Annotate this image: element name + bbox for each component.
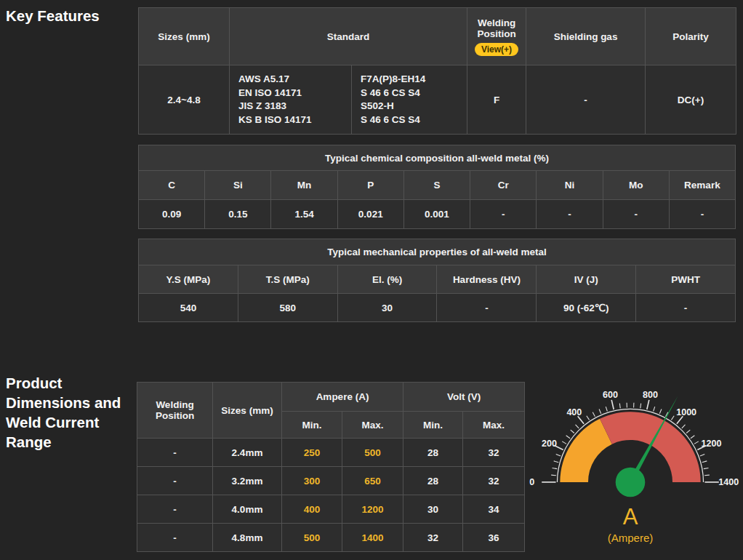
col-header-shielding-gas: Shielding gas (526, 8, 646, 65)
dim-table: Welding Position Sizes (mm) Ampere (A) V… (137, 382, 525, 552)
mech-col-header: El. (%) (337, 265, 437, 294)
welding-position-cell: - (137, 439, 213, 467)
mech-header-row: Y.S (MPa) T.S (MPa) El. (%) Hardness (HV… (139, 265, 736, 294)
ampere-max-header: Max. (342, 412, 403, 439)
chem-value: - (603, 200, 669, 229)
chem-value: 0.09 (139, 200, 205, 229)
chem-col-header: C (139, 171, 205, 200)
svg-text:1000: 1000 (676, 407, 696, 417)
size-cell: 4.8mm (213, 524, 282, 552)
table-row: - 4.8mm 500 1400 32 36 (137, 524, 525, 552)
chem-table: Typical chemical composition all-weld me… (138, 145, 736, 229)
spec-table: Sizes (mm) Standard Welding Position Vie… (138, 7, 736, 135)
volt-max-header: Max. (463, 412, 525, 439)
volt-min-cell: 28 (403, 439, 463, 467)
table-row: - 4.0mm 400 1200 30 34 (137, 495, 525, 524)
welding-position-cell: - (137, 495, 213, 524)
chem-col-header: Cr (470, 171, 537, 200)
ampere-min-cell: 500 (282, 524, 342, 552)
svg-text:1200: 1200 (702, 439, 722, 449)
ampere-max-cell: 500 (342, 439, 403, 467)
weld-current-range-table: Welding Position Sizes (mm) Ampere (A) V… (137, 382, 524, 552)
mechanical-properties-table: Typical mechanical properties of all-wel… (138, 239, 736, 322)
svg-text:0: 0 (529, 477, 534, 487)
polarity-value: DC(+) (646, 65, 736, 135)
size-cell: 4.0mm (213, 495, 282, 524)
chem-col-header: P (337, 171, 403, 200)
volt-min-cell: 32 (403, 524, 463, 552)
welding-position-cell: - (137, 524, 213, 552)
col-header-standard: Standard (230, 8, 467, 65)
svg-text:1400: 1400 (718, 477, 739, 487)
ampere-max-cell: 650 (342, 467, 403, 495)
chem-col-header: Remark (669, 171, 735, 200)
standard-class: S502-H (361, 100, 467, 113)
ampere-min-cell: 300 (282, 467, 342, 495)
standard-class: F7A(P)8-EH14 (361, 73, 467, 87)
volt-min-cell: 30 (403, 495, 463, 524)
size-cell: 2.4mm (213, 439, 282, 467)
chem-title-row: Typical chemical composition all-weld me… (139, 145, 736, 171)
gauge-unit-label: A (524, 505, 736, 529)
view-expand-button[interactable]: View(+) (475, 43, 518, 56)
volt-max-cell: 34 (463, 495, 525, 524)
mech-title-row: Typical mechanical properties of all-wel… (139, 239, 736, 265)
welding-position-value: F (467, 65, 526, 135)
standard-code: AWS A5.17 (238, 73, 351, 87)
chem-value: 0.001 (403, 200, 470, 229)
volt-min-header: Min. (403, 412, 463, 439)
welding-position-cell: - (137, 467, 213, 495)
volt-min-cell: 28 (403, 467, 463, 495)
ampere-gauge: 0200400600800100012001400 A (Ampere) (524, 375, 736, 545)
mech-col-header: Hardness (HV) (437, 265, 537, 294)
gauge-unit-sublabel: (Ampere) (524, 532, 736, 545)
mech-value: 580 (238, 294, 337, 322)
col-header-sizes-label: Sizes (mm) (158, 31, 209, 42)
mech-value: - (636, 294, 736, 322)
ampere-max-cell: 1400 (342, 524, 403, 552)
mech-col-header: IV (J) (537, 265, 636, 294)
ampere-min-header: Min. (282, 412, 342, 439)
chem-value: - (669, 200, 735, 229)
chem-header-row: C Si Mn P S Cr Ni Mo Remark (139, 171, 736, 200)
chem-value: - (470, 200, 537, 229)
chem-data-row: 0.09 0.15 1.54 0.021 0.001 - - - - (139, 200, 736, 229)
dim-col-header-volt: Volt (V) (403, 383, 525, 412)
table-row: - 2.4mm 250 500 28 32 (137, 439, 525, 467)
svg-text:400: 400 (566, 407, 582, 417)
standard-class: S 46 6 CS S4 (361, 87, 467, 100)
mech-value: - (437, 294, 537, 322)
col-header-standard-label: Standard (327, 31, 370, 42)
chem-value: 0.021 (337, 200, 403, 229)
col-header-welding-position: Welding Position View(+) (467, 8, 526, 65)
mech-table: Typical mechanical properties of all-wel… (138, 239, 736, 322)
mech-table-title: Typical mechanical properties of all-wel… (139, 239, 736, 265)
shielding-gas-value: - (526, 65, 646, 135)
section-title-key-features: Key Features (6, 6, 133, 25)
svg-text:200: 200 (542, 439, 557, 449)
standard-class: S 46 6 CS S4 (361, 113, 467, 127)
chem-col-header: Si (205, 171, 271, 200)
col-header-sizes: Sizes (mm) (139, 8, 230, 65)
chem-col-header: Ni (537, 171, 603, 200)
mech-col-header: PWHT (636, 265, 736, 294)
mech-col-header: Y.S (MPa) (139, 265, 238, 294)
chem-col-header: Mo (603, 171, 669, 200)
ampere-min-cell: 400 (282, 495, 342, 524)
ampere-gauge-svg: 0200400600800100012001400 (525, 375, 736, 502)
dim-col-header-sizes: Sizes (mm) (213, 383, 282, 439)
dim-col-header-ampere: Ampere (A) (282, 383, 403, 412)
sizes-value: 2.4~4.8 (139, 65, 230, 135)
ampere-min-cell: 250 (282, 439, 342, 467)
volt-max-cell: 36 (463, 524, 525, 552)
spec-data-row: 2.4~4.8 AWS A5.17 EN ISO 14171 JIS Z 318… (139, 65, 736, 135)
chem-col-header: S (403, 171, 470, 200)
chem-value: 1.54 (271, 200, 337, 229)
volt-max-cell: 32 (463, 439, 525, 467)
mech-value: 540 (139, 294, 238, 322)
mech-value: 90 (-62℃) (537, 294, 636, 322)
col-header-welding-position-label: Welding Position (467, 17, 526, 39)
svg-text:600: 600 (603, 390, 618, 400)
standard-code: EN ISO 14171 (238, 87, 351, 100)
chem-value: 0.15 (205, 200, 271, 229)
